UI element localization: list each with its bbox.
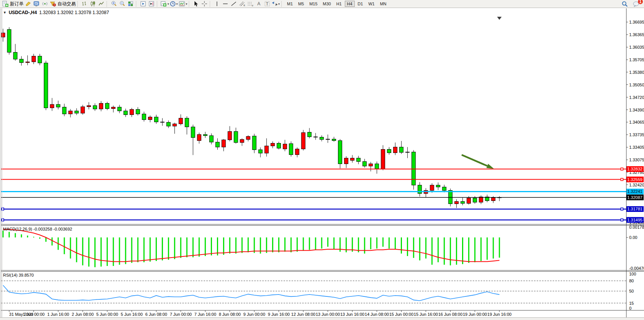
add-indicator-button[interactable]: ▾ <box>160 0 169 7</box>
zoom-in-button[interactable] <box>110 0 118 7</box>
line-chart-button[interactable] <box>97 0 105 7</box>
text-button[interactable]: A <box>255 0 263 7</box>
candle-body <box>32 56 36 62</box>
trend-arrow-head[interactable] <box>486 164 494 169</box>
time-tick-label: 1 Jun 16:00 <box>47 312 69 317</box>
hline-handle[interactable] <box>621 208 623 210</box>
arrows-button[interactable]: ▾ <box>272 0 280 7</box>
time-tick-label: 15 Jun 16:00 <box>414 312 438 317</box>
vertical-line-button[interactable] <box>213 0 221 7</box>
window-left-border <box>1 8 1 317</box>
candle-body <box>430 185 434 191</box>
candle-body <box>387 150 391 153</box>
svg-text:A: A <box>257 1 260 6</box>
candle-body <box>50 105 54 108</box>
candle-body <box>13 53 17 59</box>
candle-body <box>252 136 256 150</box>
candle-body <box>234 132 238 143</box>
dock-right-button[interactable] <box>148 0 155 7</box>
timeframe-D1[interactable]: D1 <box>355 1 365 7</box>
collapse-chevron-icon[interactable]: ▼ <box>3 11 6 14</box>
price-tick-label: 1.33075 <box>629 158 644 162</box>
candle-body <box>81 107 84 113</box>
chart-template-icon <box>179 1 185 7</box>
timeframe-MN[interactable]: MN <box>378 1 389 7</box>
trendline-button[interactable] <box>230 0 238 7</box>
price-tick-label: 1.35705 <box>629 57 644 62</box>
hline-handle[interactable] <box>621 178 623 181</box>
hline-handle[interactable] <box>621 219 623 221</box>
price-tick-label: 1.32750 <box>629 170 644 175</box>
timeframe-H1[interactable]: H1 <box>334 1 344 7</box>
text-label-button[interactable]: T <box>263 0 271 7</box>
chat-button[interactable]: 1 <box>632 0 640 7</box>
time-tick-label: 5 Jun 16:00 <box>121 312 143 317</box>
toolbar-separator <box>136 1 138 7</box>
timeframe-clock-button[interactable]: ▾ <box>170 0 178 7</box>
macd-panel-top-border[interactable] <box>1 224 644 224</box>
chart-shift-marker-icon[interactable] <box>497 17 502 20</box>
timeframe-M1[interactable]: M1 <box>285 1 295 7</box>
equidistant-channel-button[interactable]: E <box>238 0 246 7</box>
candle-body <box>479 197 483 202</box>
market-watch-button[interactable] <box>33 0 40 7</box>
clock-icon <box>170 1 176 7</box>
new-order-button[interactable]: 新订单 <box>2 0 24 7</box>
candle-body <box>473 198 477 202</box>
bar-chart-button[interactable] <box>81 0 88 7</box>
chart-template-button[interactable]: ▾ <box>179 0 187 7</box>
search-button[interactable] <box>621 0 628 7</box>
price-tick-label: 1.34065 <box>629 120 644 124</box>
time-tick-label: 7 Jun 16:00 <box>194 312 217 317</box>
candle-body <box>209 136 213 142</box>
time-tick-label: 16 Jun 08:00 <box>438 312 462 317</box>
candle-body <box>203 135 207 136</box>
auto-trading-button[interactable]: 自动交易 <box>49 0 76 7</box>
timeframe-M15[interactable]: M15 <box>307 1 320 7</box>
candle-body <box>412 152 416 185</box>
candle-body <box>326 139 330 140</box>
styles-brush-icon <box>25 1 32 7</box>
candle-body <box>173 124 177 126</box>
candle-body <box>320 137 324 140</box>
price-tick-label: 1.35380 <box>629 70 644 75</box>
timeframe-W1[interactable]: W1 <box>366 1 377 7</box>
tile-windows-button[interactable] <box>127 0 134 7</box>
toolbar-separator <box>189 1 191 7</box>
price-tick-label: 1.32420 <box>629 183 644 187</box>
crosshair-button[interactable] <box>201 0 208 7</box>
zoom-out-button[interactable] <box>118 0 126 7</box>
candle-body <box>491 198 495 201</box>
timeframe-H4[interactable]: H4 <box>345 1 355 7</box>
dock-left-button[interactable] <box>139 0 147 7</box>
time-tick-label: 2 Jun 08:00 <box>72 312 94 317</box>
toolbar-separator <box>210 1 212 7</box>
candle-body <box>26 62 29 63</box>
time-tick-label: 15 Jun 00:00 <box>389 312 414 317</box>
candle-body <box>69 111 72 114</box>
timeframe-M5[interactable]: M5 <box>296 1 306 7</box>
horizontal-line-button[interactable] <box>222 0 229 7</box>
price-tick-label: 1.35050 <box>629 83 644 87</box>
fibonacci-button[interactable]: F <box>247 0 254 7</box>
chart-plot-area[interactable]: 1.366951.363651.360351.357051.353801.350… <box>0 0 644 320</box>
candlestick-chart-button[interactable] <box>89 0 97 7</box>
price-tick-label: 1.36365 <box>629 32 644 37</box>
horizontal-line-icon <box>222 1 228 7</box>
price-tick-label: 1.36695 <box>629 20 644 24</box>
price-tick-label: 1.34720 <box>629 95 644 100</box>
market-watch-icon <box>33 1 40 7</box>
toolbar-right-tools: 1 <box>620 0 640 7</box>
cursor-button[interactable] <box>192 0 200 7</box>
trend-arrow-annotation[interactable] <box>462 155 487 166</box>
candle-body <box>442 187 446 191</box>
toolbar-separator <box>281 1 283 7</box>
signals-button[interactable] <box>41 0 49 7</box>
hline-handle[interactable] <box>621 168 623 170</box>
toolbar-separator <box>77 1 79 7</box>
styles-button[interactable] <box>24 0 32 7</box>
toolbar-separator <box>107 1 108 7</box>
candle-body <box>7 30 11 53</box>
timeframe-M30[interactable]: M30 <box>320 1 333 7</box>
rsi-panel-top-border[interactable] <box>1 270 644 271</box>
